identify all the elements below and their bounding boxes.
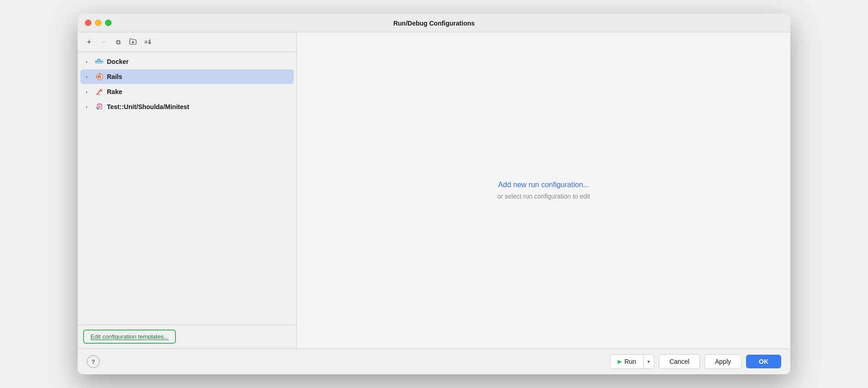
chevron-test-icon: ›	[86, 105, 92, 110]
new-folder-button[interactable]	[127, 36, 139, 48]
rake-label: Rake	[107, 88, 122, 95]
or-select-text: or select run configuration to edit	[497, 193, 590, 200]
svg-rect-6	[99, 61, 101, 62]
sidebar: + − ⧉	[78, 32, 297, 348]
folder-icon	[129, 38, 137, 46]
copy-icon: ⧉	[116, 38, 121, 46]
title-bar: Run/Debug Configurations	[78, 14, 790, 32]
sidebar-toolbar: + − ⧉	[78, 32, 296, 52]
run-triangle-icon: ▶	[618, 358, 622, 365]
close-window-button[interactable]	[85, 20, 91, 26]
test-label: Test::Unit/Shoulda/Minitest	[107, 103, 189, 110]
configuration-tree: › Docker	[78, 52, 296, 325]
run-button[interactable]: ▶ Run	[610, 355, 644, 368]
window-controls	[85, 20, 111, 26]
svg-text:a: a	[144, 39, 148, 45]
rails-label: Rails	[107, 73, 122, 80]
docker-label: Docker	[107, 58, 128, 65]
tree-item-docker[interactable]: › Docker	[80, 54, 294, 69]
edit-templates-button[interactable]: Edit configuration templates...	[83, 330, 176, 344]
tree-item-rake[interactable]: › Rake	[80, 84, 294, 99]
add-new-config-link[interactable]: Add new run configuration...	[498, 181, 589, 189]
cancel-button[interactable]: Cancel	[659, 354, 700, 369]
docker-icon	[95, 57, 104, 66]
dialog-body: + − ⧉	[78, 32, 790, 348]
chevron-docker-icon: ›	[86, 59, 92, 64]
rake-icon	[95, 87, 104, 96]
maximize-window-button[interactable]	[105, 20, 111, 26]
chevron-rails-icon: ›	[86, 74, 92, 79]
remove-configuration-button[interactable]: −	[98, 36, 110, 48]
help-button[interactable]: ?	[87, 355, 100, 368]
svg-rect-9	[99, 59, 101, 60]
sidebar-footer: Edit configuration templates...	[78, 325, 296, 348]
add-icon: +	[87, 38, 91, 46]
minus-icon: −	[101, 38, 106, 46]
edit-templates-label: Edit configuration templates...	[90, 333, 169, 340]
chevron-rake-icon: ›	[86, 89, 92, 94]
run-dropdown-button[interactable]: ▾	[644, 355, 654, 368]
dialog-title: Run/Debug Configurations	[393, 20, 475, 27]
run-button-group: ▶ Run ▾	[610, 354, 655, 369]
main-center-area: Add new run configuration... or select r…	[297, 32, 790, 348]
rails-icon: R	[95, 72, 104, 81]
test-icon	[95, 102, 104, 111]
svg-rect-8	[97, 59, 99, 60]
add-configuration-button[interactable]: +	[83, 36, 95, 48]
sort-icon: a z	[144, 38, 151, 47]
tree-item-test[interactable]: › Test::Unit/Shoulda/Minitest	[80, 100, 294, 114]
dialog-footer: ? ▶ Run ▾ Cancel Apply OK	[78, 348, 790, 374]
main-content: Add new run configuration... or select r…	[297, 32, 790, 348]
sort-button[interactable]: a z	[142, 36, 153, 48]
tree-item-rails[interactable]: › R Rails	[80, 69, 294, 84]
copy-configuration-button[interactable]: ⧉	[112, 36, 124, 48]
ok-button[interactable]: OK	[746, 355, 781, 368]
chevron-down-icon: ▾	[647, 359, 650, 365]
svg-rect-5	[97, 61, 99, 62]
apply-button[interactable]: Apply	[704, 354, 741, 369]
run-debug-dialog: Run/Debug Configurations + − ⧉	[78, 14, 790, 374]
run-label: Run	[625, 358, 636, 365]
minimize-window-button[interactable]	[95, 20, 101, 26]
help-icon: ?	[91, 358, 95, 365]
